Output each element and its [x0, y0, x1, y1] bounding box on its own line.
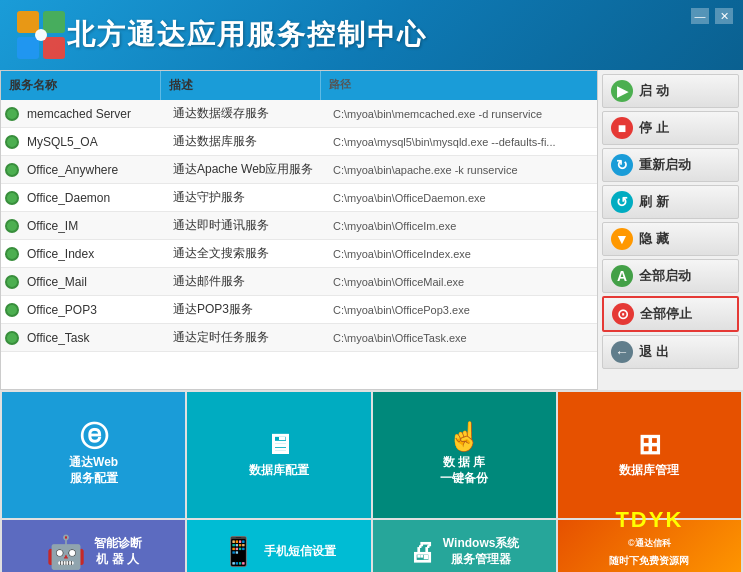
service-name: MySQL5_OA	[23, 130, 169, 154]
stop-icon: ■	[611, 117, 633, 139]
status-indicator	[5, 191, 19, 205]
main-content: 服务名称 描述 路径 memcached Server 通达数据缓存服务 C:\…	[0, 70, 743, 390]
status-indicator	[5, 107, 19, 121]
status-indicator	[5, 219, 19, 233]
service-desc: 通达即时通讯服务	[169, 212, 329, 239]
robot-icon: 🤖	[46, 536, 86, 568]
table-header: 服务名称 描述 路径	[1, 71, 597, 100]
start-label: 启 动	[639, 82, 669, 100]
bottom-section: ⓔ 通达Web服务配置 🖥 数据库配置 ☝ 数 据 库一键备份 ⊞ 数据库管理 …	[0, 390, 743, 572]
tile-dbconfig[interactable]: 🖥 数据库配置	[187, 392, 370, 518]
webconfig-icon: ⓔ	[80, 423, 108, 451]
window-controls: — ✕	[691, 8, 733, 24]
header-path: 路径	[321, 71, 597, 100]
app-title: 北方通达应用服务控制中心	[67, 16, 427, 54]
watermark-tagline1: 随时下免费资源网	[609, 554, 689, 568]
close-button[interactable]: ✕	[715, 8, 733, 24]
start-button[interactable]: ▶ 启 动	[602, 74, 739, 108]
service-name: Office_POP3	[23, 298, 169, 322]
service-path: C:\myoa\bin\OfficeIndex.exe	[329, 243, 597, 265]
stopall-label: 全部停止	[640, 305, 692, 323]
dbconfig-label: 数据库配置	[249, 463, 309, 479]
service-desc: 通达全文搜索服务	[169, 240, 329, 267]
service-desc: 通达数据库服务	[169, 128, 329, 155]
dbbackup-icon: ☝	[447, 423, 482, 451]
service-name: Office_Mail	[23, 270, 169, 294]
right-panel: ▶ 启 动 ■ 停 止 ↻ 重新启动 ↺ 刷 新 ▼ 隐 藏 A 全部启动 ⊙ …	[598, 70, 743, 390]
dbconfig-icon: 🖥	[265, 431, 293, 459]
table-row[interactable]: Office_Task 通达定时任务服务 C:\myoa\bin\OfficeT…	[1, 324, 597, 352]
table-row[interactable]: MySQL5_OA 通达数据库服务 C:\myoa\mysql5\bin\mys…	[1, 128, 597, 156]
windows-icon: 🖨	[409, 539, 435, 565]
status-indicator	[5, 247, 19, 261]
restart-button[interactable]: ↻ 重新启动	[602, 148, 739, 182]
sms-icon: 📱	[221, 538, 256, 566]
dbmanage-icon: ⊞	[638, 431, 661, 459]
tile-sms[interactable]: 📱 手机短信设置	[187, 520, 370, 572]
stop-button[interactable]: ■ 停 止	[602, 111, 739, 145]
tile-webconfig[interactable]: ⓔ 通达Web服务配置	[2, 392, 185, 518]
header-name: 服务名称	[1, 71, 161, 100]
dbbackup-label: 数 据 库一键备份	[440, 455, 488, 486]
service-name: Office_IM	[23, 214, 169, 238]
refresh-button[interactable]: ↺ 刷 新	[602, 185, 739, 219]
status-indicator	[5, 303, 19, 317]
hide-label: 隐 藏	[639, 230, 669, 248]
service-desc: 通达数据缓存服务	[169, 100, 329, 127]
exit-button[interactable]: ← 退 出	[602, 335, 739, 369]
startall-icon: A	[611, 265, 633, 287]
svg-rect-0	[17, 11, 39, 33]
service-name: Office_Index	[23, 242, 169, 266]
service-desc: 通达Apache Web应用服务	[169, 156, 329, 183]
stop-label: 停 止	[639, 119, 669, 137]
table-row[interactable]: Office_Mail 通达邮件服务 C:\myoa\bin\OfficeMai…	[1, 268, 597, 296]
minimize-button[interactable]: —	[691, 8, 709, 24]
table-row[interactable]: Office_Daemon 通达守护服务 C:\myoa\bin\OfficeD…	[1, 184, 597, 212]
service-name: Office_Task	[23, 326, 169, 350]
table-row[interactable]: memcached Server 通达数据缓存服务 C:\myoa\bin\me…	[1, 100, 597, 128]
table-row[interactable]: Office_Anywhere 通达Apache Web应用服务 C:\myoa…	[1, 156, 597, 184]
hide-button[interactable]: ▼ 隐 藏	[602, 222, 739, 256]
service-path: C:\myoa\bin\memcached.exe -d runservice	[329, 103, 597, 125]
service-name: memcached Server	[23, 102, 169, 126]
service-name: Office_Daemon	[23, 186, 169, 210]
service-path: C:\myoa\mysql5\bin\mysqld.exe --defaults…	[329, 131, 597, 153]
exit-label: 退 出	[639, 343, 669, 361]
service-path: C:\myoa\bin\OfficeDaemon.exe	[329, 187, 597, 209]
status-indicator	[5, 331, 19, 345]
start-icon: ▶	[611, 80, 633, 102]
table-row[interactable]: Office_IM 通达即时通讯服务 C:\myoa\bin\OfficeIm.…	[1, 212, 597, 240]
exit-icon: ←	[611, 341, 633, 363]
status-indicator	[5, 163, 19, 177]
service-path: C:\myoa\bin\OfficeIm.exe	[329, 215, 597, 237]
svg-point-4	[35, 29, 47, 41]
hide-icon: ▼	[611, 228, 633, 250]
robot-label: 智能诊断机 器 人	[94, 536, 142, 567]
service-path: C:\myoa\bin\OfficeMail.exe	[329, 271, 597, 293]
refresh-icon: ↺	[611, 191, 633, 213]
app-logo	[15, 9, 67, 61]
bottom-tiles-row2: 🤖 智能诊断机 器 人 📱 手机短信设置 🖨 Windows系统服务管理器 TD…	[0, 520, 743, 572]
startall-button[interactable]: A 全部启动	[602, 259, 739, 293]
tile-dbbackup[interactable]: ☝ 数 据 库一键备份	[373, 392, 556, 518]
status-indicator	[5, 275, 19, 289]
restart-label: 重新启动	[639, 156, 691, 174]
status-indicator	[5, 135, 19, 149]
tile-watermark: TDYK ©通达信科 随时下免费资源网 www.SuiShiXia.com 数万…	[558, 520, 741, 572]
sms-label: 手机短信设置	[264, 544, 336, 560]
table-row[interactable]: Office_Index 通达全文搜索服务 C:\myoa\bin\Office…	[1, 240, 597, 268]
bottom-tiles: ⓔ 通达Web服务配置 🖥 数据库配置 ☝ 数 据 库一键备份 ⊞ 数据库管理	[0, 390, 743, 520]
refresh-label: 刷 新	[639, 193, 669, 211]
header-desc: 描述	[161, 71, 321, 100]
stopall-icon: ⊙	[612, 303, 634, 325]
tile-windows[interactable]: 🖨 Windows系统服务管理器	[373, 520, 556, 572]
svg-rect-2	[17, 37, 39, 59]
table-row[interactable]: Office_POP3 通达POP3服务 C:\myoa\bin\OfficeP…	[1, 296, 597, 324]
tile-dbmanage[interactable]: ⊞ 数据库管理	[558, 392, 741, 518]
stopall-button[interactable]: ⊙ 全部停止	[602, 296, 739, 332]
watermark-brand: TDYK	[615, 507, 683, 533]
webconfig-label: 通达Web服务配置	[69, 455, 118, 486]
tile-robot[interactable]: 🤖 智能诊断机 器 人	[2, 520, 185, 572]
restart-icon: ↻	[611, 154, 633, 176]
svg-rect-1	[43, 11, 65, 33]
